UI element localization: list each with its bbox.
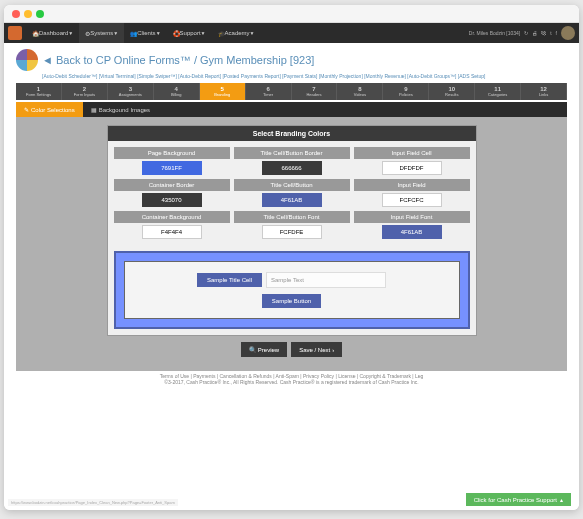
color-label: Input Field Font <box>354 211 470 223</box>
color-label: Page Background <box>114 147 230 159</box>
color-input[interactable]: FCFCFC <box>382 193 442 207</box>
image-icon: ▦ <box>91 106 97 113</box>
color-label: Title Cell/Button Font <box>234 211 350 223</box>
step-assignments[interactable]: 3Assignments <box>108 83 154 100</box>
color-label: Container Border <box>114 179 230 191</box>
color-label: Container Background <box>114 211 230 223</box>
nav-academy[interactable]: 🎓 Academy ▼ <box>212 23 261 43</box>
wizard-steps: 1Form Settings2Form Inputs3Assignments4B… <box>16 83 567 100</box>
twitter-icon[interactable]: t <box>550 30 551 36</box>
color-input[interactable]: 4F61AB <box>262 193 322 207</box>
nav-clients[interactable]: 👥 Clients ▼ <box>124 23 166 43</box>
color-cell-input-field: Input FieldFCFCFC <box>354 179 470 207</box>
step-billing[interactable]: 4Billing <box>154 83 200 100</box>
sublinks[interactable]: [Auto-Debit Scheduler™] [Virtual Termina… <box>42 73 567 79</box>
step-categories[interactable]: 11Categories <box>475 83 521 100</box>
step-form-inputs[interactable]: 2Form Inputs <box>62 83 108 100</box>
footer: Terms of Use | Payments | Cancellation &… <box>16 371 567 387</box>
tab-color-selections[interactable]: ✎Color Selections <box>16 102 83 117</box>
color-label: Input Field <box>354 179 470 191</box>
step-results[interactable]: 10Results <box>429 83 475 100</box>
refresh-icon[interactable]: ↻ <box>524 30 528 36</box>
step-branding[interactable]: 5Branding <box>200 83 246 100</box>
color-input[interactable]: 435070 <box>142 193 202 207</box>
color-input[interactable]: 7691FF <box>142 161 202 175</box>
action-bar: 🔍Preview Save / Next› <box>24 336 559 363</box>
nav-systems[interactable]: ⚙ Systems ▼ <box>79 23 124 43</box>
step-timer[interactable]: 6Timer <box>246 83 292 100</box>
color-input[interactable]: F4F4F4 <box>142 225 202 239</box>
footer-copyright: ©3-2017, Cash Practice® Inc., All Rights… <box>18 379 565 385</box>
share-icon[interactable]: ⛓ <box>541 30 546 36</box>
facebook-icon[interactable]: f <box>556 30 557 36</box>
chevron-up-icon: ▴ <box>560 496 563 503</box>
color-input[interactable]: 4F61AB <box>382 225 442 239</box>
support-button[interactable]: Click for Cash Practice Support▴ <box>466 493 571 506</box>
minimize-icon[interactable] <box>24 10 32 18</box>
sample-button[interactable]: Sample Button <box>262 294 321 308</box>
maximize-icon[interactable] <box>36 10 44 18</box>
color-label: Title Cell/Button Border <box>234 147 350 159</box>
color-input[interactable]: 666666 <box>262 161 322 175</box>
top-nav: 🏠 Dashboard ▼ ⚙ Systems ▼ 👥 Clients ▼ 🛟 … <box>4 23 579 43</box>
subtabs: ✎Color Selections ▦Backgound Images <box>16 102 567 117</box>
color-label: Title Cell/Button <box>234 179 350 191</box>
color-cell-input-field-font: Input Field Font4F61AB <box>354 211 470 239</box>
step-videos[interactable]: 8Videos <box>337 83 383 100</box>
nav-dashboard[interactable]: 🏠 Dashboard ▼ <box>26 23 79 43</box>
color-label: Input Field Cell <box>354 147 470 159</box>
user-label[interactable]: Dr. Miles Bodzin [1034] <box>469 30 520 36</box>
color-grid: Page Background7691FFTitle Cell/Button B… <box>108 141 476 245</box>
close-icon[interactable] <box>12 10 20 18</box>
color-cell-title-cell-button: Title Cell/Button4F61AB <box>234 179 350 207</box>
sample-title-cell: Sample Title Cell <box>197 273 262 287</box>
module-logo-icon <box>16 49 38 71</box>
pencil-icon: ✎ <box>24 106 29 113</box>
sample-input[interactable]: Sample Text <box>266 272 386 288</box>
search-icon: 🔍 <box>249 346 256 353</box>
color-cell-input-field-cell: Input Field CellDFDFDF <box>354 147 470 175</box>
color-cell-page-background: Page Background7691FF <box>114 147 230 175</box>
color-input[interactable]: DFDFDF <box>382 161 442 175</box>
nav-support[interactable]: 🛟 Support ▼ <box>167 23 212 43</box>
branding-panel: Select Branding Colors Page Background76… <box>16 117 567 371</box>
step-links[interactable]: 12Links <box>521 83 567 100</box>
page-header: ◄ Back to CP Online Forms™ / Gym Members… <box>16 49 567 71</box>
preview-button[interactable]: 🔍Preview <box>241 342 287 357</box>
step-form-settings[interactable]: 1Form Settings <box>16 83 62 100</box>
avatar[interactable] <box>561 26 575 40</box>
branding-card: Select Branding Colors Page Background76… <box>107 125 477 336</box>
color-input[interactable]: FCFDFE <box>262 225 322 239</box>
tab-background-images[interactable]: ▦Backgound Images <box>83 102 158 117</box>
card-header: Select Branding Colors <box>108 126 476 141</box>
chevron-right-icon: › <box>332 347 334 353</box>
app-logo-icon[interactable] <box>8 26 22 40</box>
color-cell-container-background: Container BackgroundF4F4F4 <box>114 211 230 239</box>
window-titlebar <box>4 5 579 23</box>
step-headers[interactable]: 7Headers <box>292 83 338 100</box>
step-policies[interactable]: 9Policies <box>383 83 429 100</box>
page-title[interactable]: ◄ Back to CP Online Forms™ / Gym Members… <box>42 54 314 66</box>
color-cell-title-cell-button-font: Title Cell/Button FontFCFDFE <box>234 211 350 239</box>
status-url: https://www.bodzin.net/cashpractice/Page… <box>8 499 178 506</box>
color-cell-title-cell-button-border: Title Cell/Button Border666666 <box>234 147 350 175</box>
preview-box: Sample Title Cell Sample Text Sample But… <box>114 251 470 329</box>
color-cell-container-border: Container Border435070 <box>114 179 230 207</box>
save-next-button[interactable]: Save / Next› <box>291 342 342 357</box>
print-icon[interactable]: 🖨 <box>532 30 537 36</box>
preview-container: Sample Title Cell Sample Text Sample But… <box>124 261 460 319</box>
